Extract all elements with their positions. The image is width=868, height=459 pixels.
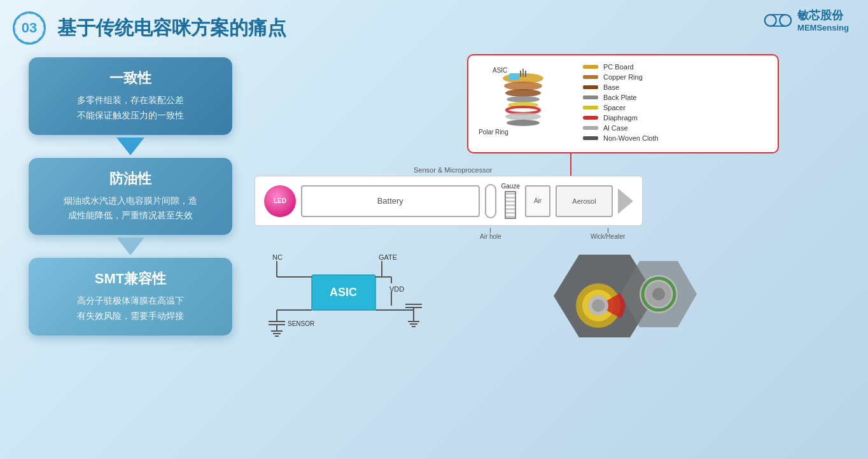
logo: 敏芯股份 MEMSensing — [764, 8, 849, 32]
exploded-svg — [479, 66, 568, 139]
exploded-3d-view: ASIC — [479, 66, 574, 142]
svg-point-6 — [505, 89, 541, 97]
svg-point-5 — [504, 81, 542, 90]
svg-text:NC: NC — [272, 253, 283, 261]
part-row-alcase: Al Case — [583, 124, 767, 132]
polar-ring-label: Polar Ring — [479, 129, 508, 136]
vape-air: Air — [525, 185, 550, 217]
arrow-1 — [116, 138, 144, 155]
vape-separator — [485, 184, 496, 218]
part-label-cloth: Non-Woven Cloth — [603, 134, 659, 142]
svg-point-11 — [507, 120, 540, 126]
pain-point-3: SMT兼容性 高分子驻极体薄膜在高温下 有失效风险，需要手动焊接 — [29, 258, 232, 335]
pain-point-3-title: SMT兼容性 — [46, 269, 214, 288]
slide-number: 03 — [22, 20, 37, 36]
vape-section: Sensor & Microprocessor LED Battery Gauz… — [255, 166, 855, 240]
part-dot-diaphragm — [583, 116, 598, 120]
air-hole-line — [490, 228, 491, 233]
svg-point-0 — [765, 15, 776, 26]
svg-rect-15 — [509, 73, 519, 80]
part-dot-cloth — [583, 136, 598, 140]
pain-point-2-desc: 烟油或水汽进入电容膜片间隙，造 成性能降低，严重情况甚至失效 — [46, 194, 214, 224]
vape-battery: Battery — [301, 185, 480, 217]
part-row-spacer: Spacer — [583, 104, 767, 111]
svg-text:GATE: GATE — [379, 253, 397, 261]
wick-heater-line — [608, 228, 608, 233]
svg-point-51 — [652, 288, 665, 300]
slide-number-ring: 03 — [13, 11, 46, 45]
part-row-pcboard: PC Board — [583, 63, 767, 71]
part-dot-backplate — [583, 95, 598, 99]
logo-text: 敏芯股份 MEMSensing — [797, 8, 849, 32]
logo-en: MEMSensing — [797, 23, 849, 32]
part-row-base: Base — [583, 83, 767, 91]
pain-point-1-title: 一致性 — [46, 69, 214, 88]
hex-decoration — [528, 248, 706, 337]
svg-point-1 — [780, 15, 791, 26]
part-label-pcboard: PC Board — [603, 63, 634, 71]
svg-text:SENSOR: SENSOR — [288, 320, 314, 327]
part-dot-alcase — [583, 126, 598, 130]
pain-point-2-title: 防油性 — [46, 169, 214, 188]
vape-arrow-right — [618, 188, 633, 214]
part-label-backplate: Back Plate — [603, 94, 637, 101]
hex-svg — [528, 248, 706, 363]
part-dot-base — [583, 85, 598, 89]
svg-point-7 — [507, 96, 540, 102]
pain-point-1: 一致性 多零件组装，存在装配公差 不能保证触发压力的一致性 — [29, 57, 232, 135]
part-label-spacer: Spacer — [603, 104, 626, 111]
part-dot-pcboard — [583, 65, 598, 69]
logo-cn: 敏芯股份 — [797, 8, 843, 23]
header: 03 基于传统电容咪方案的痛点 敏芯股份 MEMSensing — [0, 0, 868, 51]
vape-led: LED — [264, 185, 296, 217]
pain-point-3-desc: 高分子驻极体薄膜在高温下 有失效风险，需要手动焊接 — [46, 293, 214, 324]
circuit-svg: NC GATE VDD ASIC — [255, 248, 433, 337]
part-row-cloth: Non-Woven Cloth — [583, 134, 767, 142]
vape-bottom-labels: Air hole Wick/Heater — [263, 228, 855, 240]
part-dot-spacer — [583, 106, 598, 109]
parts-list: PC Board Copper Ring Base Back Plate — [583, 63, 767, 145]
logo-icon — [764, 11, 792, 30]
sensor-microprocessor-label: Sensor & Microprocessor — [414, 166, 855, 174]
circuit-diagram: NC GATE VDD ASIC — [255, 248, 439, 340]
exploded-diagram: ASIC — [467, 54, 779, 153]
part-row-diaphragm: Diaphragm — [583, 114, 767, 122]
vape-coil — [505, 191, 516, 219]
asic-label: ASIC — [493, 67, 507, 74]
svg-point-9 — [507, 107, 540, 113]
svg-text:ASIC: ASIC — [330, 286, 357, 299]
svg-point-47 — [592, 299, 605, 312]
pain-point-2: 防油性 烟油或水汽进入电容膜片间隙，造 成性能降低，严重情况甚至失效 — [29, 158, 232, 236]
part-dot-copper — [583, 75, 598, 79]
svg-point-10 — [505, 113, 541, 120]
part-label-base: Base — [603, 83, 619, 91]
page-title: 基于传统电容咪方案的痛点 — [57, 15, 286, 41]
part-label-copper: Copper Ring — [603, 73, 643, 81]
arrow-2 — [116, 237, 144, 255]
wick-heater-label: Wick/Heater — [591, 233, 625, 240]
pain-point-1-desc: 多零件组装，存在装配公差 不能保证触发压力的一致性 — [46, 93, 214, 124]
wick-heater-label-container: Wick/Heater — [591, 228, 625, 240]
air-hole-label-container: Air hole — [480, 228, 501, 240]
gauze-label: Gauze — [501, 183, 520, 190]
vape-diagram: LED Battery Gauze Air — [255, 176, 643, 226]
vape-aerosol: Aerosol — [556, 185, 613, 217]
air-hole-label: Air hole — [480, 233, 501, 240]
part-row-copper: Copper Ring — [583, 73, 767, 81]
part-label-diaphragm: Diaphragm — [603, 114, 638, 122]
part-label-alcase: Al Case — [603, 124, 628, 132]
left-column: 一致性 多零件组装，存在装配公差 不能保证触发压力的一致性 防油性 烟油或水汽进… — [13, 51, 248, 453]
part-row-backplate: Back Plate — [583, 94, 767, 101]
slide-number-container: 03 — [13, 11, 46, 45]
